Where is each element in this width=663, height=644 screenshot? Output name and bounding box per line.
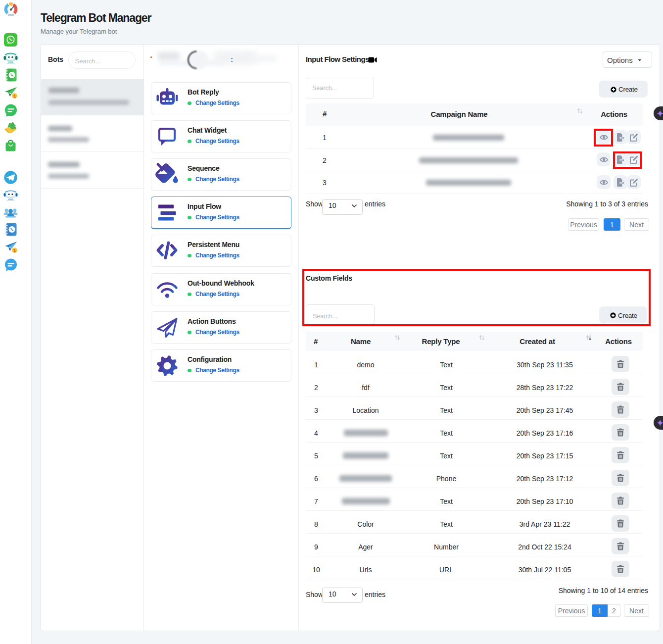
svg-text:1: 1 — [13, 94, 15, 99]
svg-text:1: 1 — [13, 248, 15, 253]
